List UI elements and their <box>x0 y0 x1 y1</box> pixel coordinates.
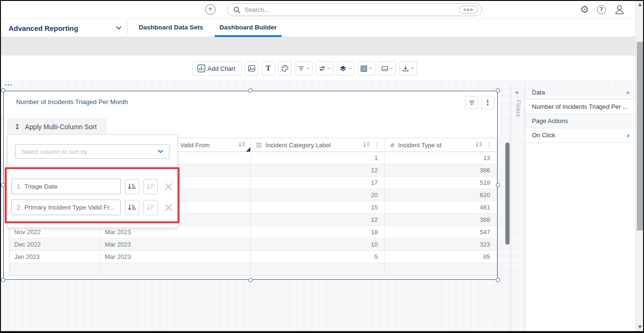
add-chart-label: Add Chart <box>208 65 237 72</box>
sort-lines-icon[interactable] <box>363 142 370 149</box>
settings-gear-icon[interactable]: ⚙ <box>580 4 589 15</box>
canvas-scrollbar-thumb[interactable] <box>505 143 510 245</box>
filter-lines-icon <box>468 100 475 106</box>
sort-lines-icon[interactable] <box>475 142 483 149</box>
action-label: On Click <box>532 132 555 139</box>
sort-column-name: Primary Incident Type Valid Fr... <box>24 204 114 211</box>
global-search[interactable]: ooo <box>227 3 482 16</box>
table-cell: 323 <box>385 238 497 250</box>
theme-palette-button[interactable] <box>278 61 292 76</box>
collapse-panel-icon[interactable]: « <box>515 88 519 96</box>
chevron-down-icon <box>369 67 372 70</box>
sort-field-2[interactable]: 2. Primary Incident Type Valid Fr... <box>11 200 121 215</box>
chevron-down-icon <box>158 150 163 153</box>
column-header-incident-type-id[interactable]: # Incident Type id ⋮ <box>385 138 497 152</box>
user-profile-icon[interactable] <box>614 4 625 15</box>
multi-column-sort-popup: Select column to sort by 1. Triage Date <box>7 134 178 228</box>
alignment-tool-button[interactable] <box>316 61 333 76</box>
table-cell: 12 <box>251 214 385 226</box>
table-cell: 18 <box>251 226 385 238</box>
scrollbar-thumb[interactable] <box>637 42 643 230</box>
sort-ascending-button[interactable] <box>125 200 139 215</box>
search-options-button[interactable]: ooo <box>459 6 478 14</box>
resize-handle-top-center[interactable] <box>248 88 253 93</box>
create-icon[interactable]: + <box>205 4 216 15</box>
table-cell: 17 <box>251 177 385 189</box>
sort-row-2: 2. Primary Incident Type Valid Fr... <box>11 200 174 215</box>
on-click-action-item[interactable]: On Click › <box>525 128 635 143</box>
sort-column-dropdown[interactable]: Select column to sort by <box>15 144 170 159</box>
sort-descending-button[interactable] <box>143 200 158 215</box>
filter-tool-button[interactable] <box>295 61 313 76</box>
column-label: Incident Category Label <box>265 142 331 149</box>
resize-handle-bottom-right[interactable] <box>496 278 500 282</box>
panel-drag-handle[interactable]: ... <box>5 80 12 86</box>
table-cell: Jan 2023 <box>9 251 100 263</box>
builder-toolbar: Add Chart T <box>0 56 644 81</box>
top-bar: + ooo ⚙ ? <box>0 0 644 19</box>
export-tool-button[interactable] <box>399 61 417 76</box>
table-row[interactable]: Jan 2023Mar 2023585 <box>9 251 497 263</box>
resize-handle-middle-left[interactable] <box>1 183 5 187</box>
sort-tab-label: Apply Multi-Column Sort <box>25 123 97 131</box>
resize-handle-top-right[interactable] <box>496 88 500 93</box>
bar-chart-icon <box>197 64 206 73</box>
data-item-incidents-triaged[interactable]: Number of Incidents Triaged Per ... <box>525 100 635 114</box>
remove-sort-button[interactable] <box>163 202 174 213</box>
resize-handle-bottom-center[interactable] <box>248 278 253 282</box>
panel-filter-button[interactable] <box>465 96 478 109</box>
sort-ascending-button[interactable] <box>125 179 139 194</box>
table-cell: 12 <box>251 164 385 176</box>
sort-lines-icon[interactable] <box>238 142 246 149</box>
resize-handle-middle-right[interactable] <box>496 183 500 187</box>
close-icon <box>164 203 173 212</box>
add-image-button[interactable] <box>245 61 258 76</box>
table-cell <box>251 263 385 276</box>
search-input[interactable] <box>245 6 459 13</box>
layers-tool-button[interactable] <box>337 61 354 76</box>
expand-panel-icon[interactable]: » <box>626 89 630 96</box>
chevron-down-icon <box>306 67 310 70</box>
table-cell: 13 <box>385 152 497 164</box>
remove-sort-button[interactable] <box>163 181 174 192</box>
table-cell <box>100 263 251 276</box>
scroll-up-arrow[interactable]: ▲ <box>636 2 644 7</box>
scroll-down-arrow[interactable]: ▼ <box>636 324 644 329</box>
sorted-indicator <box>246 147 250 152</box>
layout-tool-button[interactable] <box>379 61 396 76</box>
app-switcher[interactable]: Advanced Reporting <box>9 19 122 37</box>
kebab-menu-icon[interactable]: ⋮ <box>373 142 379 149</box>
sidebar-gutter: « Filters <box>511 86 525 333</box>
kebab-menu-icon[interactable]: ⋮ <box>486 142 492 149</box>
chevron-down-icon <box>327 67 330 70</box>
text-icon: T <box>265 65 271 72</box>
grid-tool-button[interactable] <box>358 61 375 76</box>
kebab-menu-icon: ⋮ <box>484 98 492 107</box>
page-scrollbar[interactable]: ▲ ▼ <box>635 0 644 333</box>
panel-menu-button[interactable]: ⋮ <box>481 96 494 109</box>
panel-title: Number of Incidents Triaged Per Month <box>16 98 128 105</box>
dashboard-builder-app: + ooo ⚙ ? Advanced Reporting Dash <box>0 0 644 333</box>
sort-updown-icon: ↕ <box>14 123 20 131</box>
add-chart-button[interactable]: Add Chart <box>192 61 242 76</box>
resize-handle-bottom-left[interactable] <box>1 278 5 282</box>
chart-panel[interactable]: Number of Incidents Triaged Per Month ⋮ … <box>3 91 498 280</box>
column-label: Valid From <box>180 142 210 149</box>
nav-bar: Advanced Reporting Dashboard Data Sets D… <box>0 19 644 37</box>
right-sidebar: « Filters Data » Number of Incidents Tri… <box>511 86 635 333</box>
table-cell: 85 <box>385 251 497 263</box>
tab-dashboard-builder[interactable]: Dashboard Builder <box>215 19 282 37</box>
help-icon[interactable]: ? <box>597 5 606 14</box>
sort-field-1[interactable]: 1. Triage Date <box>11 179 121 194</box>
table-row[interactable]: Dec 2022Mar 202310323 <box>9 238 497 251</box>
table-row[interactable] <box>9 263 497 276</box>
column-header-incident-category-label[interactable]: Incident Category Label ⋮ <box>251 138 385 152</box>
apply-multi-column-sort-tab[interactable]: ↕ Apply Multi-Column Sort <box>7 118 106 134</box>
add-text-button[interactable]: T <box>262 61 275 76</box>
data-section-header: Data » <box>525 86 635 100</box>
filters-vertical-tab[interactable]: Filters <box>515 100 521 117</box>
tab-dashboard-data-sets[interactable]: Dashboard Data Sets <box>134 19 208 37</box>
sort-descending-button[interactable] <box>143 179 158 194</box>
image-icon <box>248 64 256 73</box>
resize-handle-top-left[interactable] <box>1 88 5 93</box>
